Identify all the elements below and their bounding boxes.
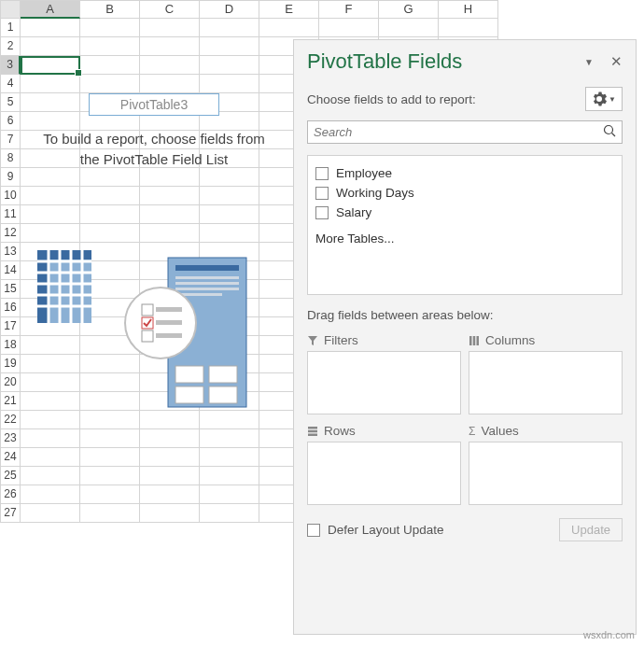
cell[interactable] (200, 75, 259, 93)
select-all-corner[interactable] (0, 0, 21, 19)
cell[interactable] (140, 187, 200, 205)
cell[interactable] (200, 224, 259, 243)
cell[interactable] (200, 19, 259, 37)
search-icon[interactable] (603, 124, 617, 138)
row-header[interactable]: 24 (0, 448, 21, 467)
cell[interactable] (140, 56, 200, 75)
row-header[interactable]: 23 (0, 429, 21, 448)
close-icon[interactable]: ✕ (610, 53, 623, 70)
cell[interactable] (140, 485, 200, 504)
cell[interactable] (80, 187, 140, 205)
defer-layout-checkbox[interactable]: Defer Layout Update (307, 523, 444, 537)
row-header[interactable]: 8 (0, 149, 21, 168)
row-header[interactable]: 3 (0, 56, 21, 75)
row-header[interactable]: 7 (0, 131, 21, 149)
cell[interactable] (21, 485, 80, 504)
row-header[interactable]: 10 (0, 187, 21, 205)
cell[interactable] (140, 429, 200, 448)
cell[interactable] (200, 411, 259, 429)
cell[interactable] (200, 467, 259, 485)
cell[interactable] (140, 19, 200, 37)
cell[interactable] (140, 205, 200, 224)
rows-dropzone[interactable] (307, 442, 461, 505)
row-header[interactable]: 9 (0, 168, 21, 187)
row-header[interactable]: 15 (0, 280, 21, 299)
cell[interactable] (21, 504, 80, 523)
cell[interactable] (200, 485, 259, 504)
cell[interactable] (379, 19, 439, 37)
row-header[interactable]: 20 (0, 373, 21, 392)
pane-menu-arrow-icon[interactable]: ▼ (584, 57, 594, 67)
row-header[interactable]: 16 (0, 299, 21, 317)
cell[interactable] (140, 168, 200, 187)
values-dropzone[interactable] (469, 442, 623, 505)
cell[interactable] (80, 224, 140, 243)
cell[interactable] (21, 411, 80, 429)
cell[interactable] (200, 448, 259, 467)
cell[interactable] (80, 448, 140, 467)
cell[interactable] (140, 37, 200, 56)
update-button[interactable]: Update (559, 518, 623, 541)
column-header[interactable]: E (259, 0, 319, 19)
cell[interactable] (140, 224, 200, 243)
column-header[interactable]: D (200, 0, 259, 19)
cell[interactable] (80, 19, 140, 37)
columns-dropzone[interactable] (469, 351, 623, 414)
cell[interactable] (80, 485, 140, 504)
column-header[interactable]: B (80, 0, 140, 19)
cell[interactable] (80, 37, 140, 56)
cell[interactable] (200, 205, 259, 224)
row-header[interactable]: 18 (0, 336, 21, 355)
cell[interactable] (80, 56, 140, 75)
column-header[interactable]: H (439, 0, 498, 19)
cell[interactable] (319, 19, 379, 37)
cell[interactable] (21, 429, 80, 448)
cell[interactable] (80, 168, 140, 187)
row-header[interactable]: 17 (0, 317, 21, 336)
column-header[interactable]: A (21, 0, 80, 19)
cell[interactable] (21, 448, 80, 467)
cell[interactable] (140, 448, 200, 467)
cell[interactable] (21, 75, 80, 93)
row-header[interactable]: 11 (0, 205, 21, 224)
tools-button[interactable]: ▼ (585, 87, 623, 111)
row-header[interactable]: 5 (0, 93, 21, 112)
field-item[interactable]: Employee (315, 163, 614, 183)
cell[interactable] (80, 429, 140, 448)
cell[interactable] (21, 56, 80, 75)
cell[interactable] (200, 429, 259, 448)
cell[interactable] (439, 19, 498, 37)
cell[interactable] (140, 467, 200, 485)
column-header[interactable]: C (140, 0, 200, 19)
search-input[interactable] (307, 120, 623, 144)
row-header[interactable]: 19 (0, 355, 21, 373)
row-header[interactable]: 26 (0, 485, 21, 504)
cell[interactable] (80, 411, 140, 429)
cell[interactable] (21, 467, 80, 485)
more-tables-link[interactable]: More Tables... (315, 232, 614, 246)
cell[interactable] (21, 168, 80, 187)
field-item[interactable]: Salary (315, 203, 614, 222)
cell[interactable] (200, 504, 259, 523)
cell[interactable] (21, 19, 80, 37)
cell[interactable] (21, 37, 80, 56)
column-header[interactable]: G (379, 0, 439, 19)
cell[interactable] (259, 19, 319, 37)
cell[interactable] (140, 504, 200, 523)
row-header[interactable]: 21 (0, 392, 21, 411)
row-header[interactable]: 4 (0, 75, 21, 93)
row-header[interactable]: 12 (0, 224, 21, 243)
cell[interactable] (80, 467, 140, 485)
cell[interactable] (21, 205, 80, 224)
field-item[interactable]: Working Days (315, 183, 614, 203)
cell[interactable] (80, 205, 140, 224)
cell[interactable] (200, 187, 259, 205)
row-header[interactable]: 2 (0, 37, 21, 56)
row-header[interactable]: 13 (0, 243, 21, 261)
row-header[interactable]: 14 (0, 261, 21, 280)
row-header[interactable]: 27 (0, 504, 21, 523)
row-header[interactable]: 25 (0, 467, 21, 485)
column-header[interactable]: F (319, 0, 379, 19)
cell[interactable] (21, 224, 80, 243)
cell[interactable] (140, 411, 200, 429)
